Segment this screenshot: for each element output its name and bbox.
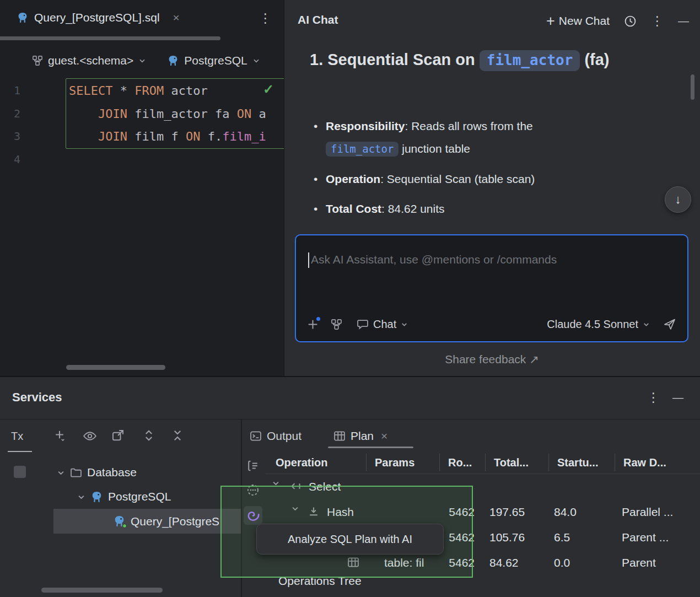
attach-schema-icon[interactable] [331,319,342,330]
plan-operation: Hash [327,499,354,525]
select-node-icon [289,480,301,492]
collapse-all-icon[interactable] [171,429,184,442]
ai-chat-scrollbar[interactable] [691,74,694,100]
sql-column: film_i [222,130,266,143]
panel-divider [284,0,284,376]
tree-item-database[interactable]: Database [57,461,137,484]
plan-startup-cost: 84.0 [554,499,577,525]
bullet-text: : 84.62 units [381,202,444,215]
sql-text: film_actor fa [127,107,237,121]
tab-plan-label: Plan [351,429,374,443]
plan-row-select[interactable]: Select [241,474,700,499]
chevron-down-icon [252,57,260,64]
code-line: JOIN film_actor fa ON a [69,103,284,126]
column-divider[interactable] [439,454,440,471]
plan-rows-value: 5462 [439,499,475,525]
share-feedback-link[interactable]: Share feedback ↗ [284,353,700,366]
services-panel: Services ⋮ — Tx Database [0,376,700,597]
column-header[interactable]: Total... [494,451,529,474]
external-link-arrow-icon: ↗ [529,353,539,365]
arrow-down-icon: ↓ [675,192,681,207]
ai-chat-hide-icon[interactable]: — [678,15,689,28]
connected-status-dot [122,524,127,528]
preview-eye-icon[interactable] [83,430,97,442]
editor-kebab-menu-icon[interactable]: ⋮ [259,12,272,25]
tx-mode-button[interactable]: Tx [11,430,23,443]
new-chat-label: New Chat [559,14,610,28]
bullet-dot: • [314,168,317,190]
chevron-down-icon[interactable] [272,479,280,487]
bullet-dot: • [314,115,317,137]
ai-chat-kebab-menu-icon[interactable]: ⋮ [651,15,664,28]
tooltip-text: Analyze SQL Plan with AI [288,533,412,546]
schema-selector[interactable]: guest.<schema> [32,54,146,67]
ai-chat-input[interactable]: Ask AI Assistant, use @mentions or /comm… [295,234,688,342]
ai-response-heading: 1. Sequential Scan on film_actor (fa) [310,45,618,74]
ai-chat-header-actions: + New Chat ⋮ — [546,0,689,42]
column-divider[interactable] [366,454,367,471]
column-header[interactable]: Startu... [557,451,598,474]
plan-text-view-icon[interactable] [244,456,262,475]
editor-horizontal-scrollbar[interactable] [66,365,165,370]
send-icon[interactable] [663,318,676,331]
tree-horizontal-scrollbar[interactable] [41,588,163,593]
code-editor[interactable]: 1 2 3 4 SELECT * FROM actor JOIN film_ac… [0,78,284,376]
tab-close-icon[interactable]: × [381,429,387,443]
tab-output[interactable]: Output [250,424,301,448]
plan-raw-data: Parent ... [622,525,669,550]
tab-strip-scrollbar[interactable] [0,36,220,40]
new-chat-button[interactable]: + New Chat [546,14,610,29]
plan-raw-data: Parallel ... [622,499,673,525]
folder-icon [70,466,82,478]
ai-chat-panel: AI Chat + New Chat ⋮ — 1. Sequential Sca… [284,0,700,376]
tree-item-postgresql[interactable]: PostgreSQL [77,485,171,508]
tab-close-icon[interactable]: × [173,11,180,24]
chevron-down-icon [401,321,408,328]
column-header[interactable]: Operation [276,451,327,474]
line-number: 2 [0,103,22,126]
expand-all-icon[interactable] [142,429,155,442]
model-selector[interactable]: Claude 4.5 Sonnet [547,318,650,331]
sql-keyword: ON [186,130,201,143]
active-tab-underline [328,447,413,448]
plan-total-cost: 197.65 [489,499,525,525]
tab-plan[interactable]: Plan × [333,424,387,448]
sql-text: * [112,84,134,98]
column-divider[interactable] [615,454,615,471]
ai-chat-header: AI Chat + New Chat ⋮ — [284,0,700,42]
datasource-label: PostgreSQL [184,54,247,67]
plan-area: Output Plan × Operation [241,376,700,597]
column-divider[interactable] [548,454,549,471]
sql-text: a [251,107,266,121]
history-icon[interactable] [624,15,637,28]
plan-row-hash[interactable]: Hash 5462 197.65 84.0 Parallel ... [241,499,700,525]
bullet-text: : Sequential Scan (table scan) [380,173,535,185]
terminal-icon [250,430,262,442]
chat-mode-selector[interactable]: Chat [357,318,408,331]
plan-rows-value: 5462 [439,525,475,550]
inline-code-badge: film_actor [326,142,399,157]
schema-icon [32,55,43,66]
plus-icon: + [546,14,555,29]
column-header[interactable]: Raw D... [623,451,666,474]
column-divider[interactable] [485,454,486,471]
chevron-down-icon[interactable] [291,504,299,513]
add-button[interactable] [53,429,66,442]
datasource-selector[interactable]: PostgreSQL [167,54,260,67]
sql-text [69,107,98,121]
scroll-to-bottom-button[interactable]: ↓ [665,186,691,213]
plan-rows-value: 5462 [439,550,475,576]
add-context-plus-icon[interactable] [307,319,319,330]
sql-keyword: JOIN [98,130,127,143]
plan-total-cost: 105.76 [489,525,525,550]
editor-tab-bar: Query_[PostgreSQL].sql × ⋮ [0,0,284,35]
editor-tab[interactable]: Query_[PostgreSQL].sql × [0,0,180,35]
open-in-editor-icon[interactable] [111,429,125,442]
tree-item-query-selected[interactable]: Query_[PostgreS [53,509,241,534]
tree-item-label: PostgreSQL [108,490,171,503]
tx-label: Tx [11,430,23,442]
column-header[interactable]: Ro... [448,451,472,474]
column-header[interactable]: Params [375,451,414,474]
bullet-item: • Responsibility: Reads all rows from th… [313,115,599,160]
chevron-down-icon [138,57,146,64]
